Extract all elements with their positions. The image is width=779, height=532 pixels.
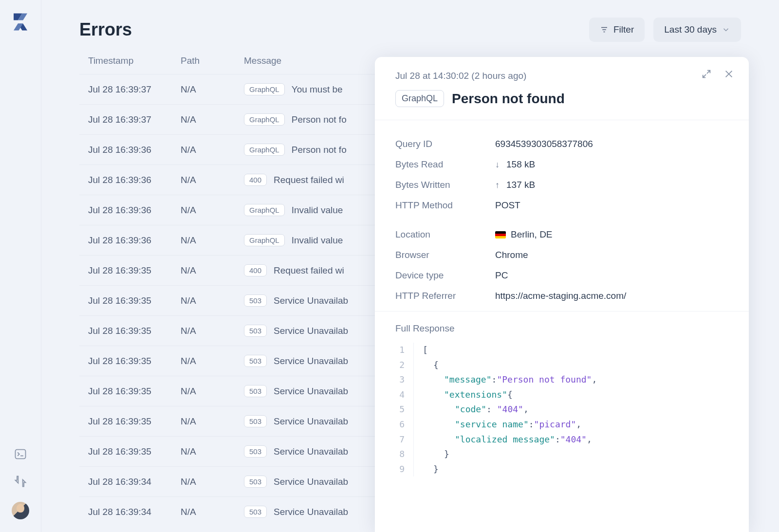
cell-path: N/A [181, 507, 244, 517]
panel-header: Jul 28 at 14:30:02 (2 hours ago) GraphQL… [375, 57, 749, 120]
value-query-id: 6934539303058377806 [495, 139, 593, 149]
label-referrer: HTTP Referrer [395, 291, 495, 301]
message-badge: 503 [244, 325, 267, 337]
feedback-icon[interactable] [14, 475, 27, 488]
up-arrow-icon: ↑ [495, 180, 500, 190]
cell-path: N/A [181, 326, 244, 336]
cell-path: N/A [181, 416, 244, 427]
message-text: Person not fo [292, 114, 347, 125]
cell-path: N/A [181, 265, 244, 276]
value-bytes-written: ↑137 kB [495, 180, 535, 190]
cell-path: N/A [181, 235, 244, 246]
cell-timestamp: Jul 28 16:39:35 [88, 386, 181, 397]
label-bytes-read: Bytes Read [395, 159, 495, 170]
message-text: Invalid value [292, 235, 343, 246]
cell-timestamp: Jul 28 16:39:37 [88, 114, 181, 125]
cell-timestamp: Jul 28 16:39:37 [88, 84, 181, 95]
label-query-id: Query ID [395, 139, 495, 149]
value-bytes-read: ↓158 kB [495, 159, 535, 170]
detail-title: Person not found [452, 91, 565, 107]
message-badge: 503 [244, 506, 267, 518]
expand-icon[interactable] [701, 69, 712, 79]
response-label: Full Response [395, 323, 728, 334]
message-badge: 503 [244, 476, 267, 488]
label-bytes-written: Bytes Written [395, 180, 495, 190]
message-text: Service Unavailab [274, 356, 348, 367]
message-badge: GraphQL [244, 83, 285, 95]
message-text: Service Unavailab [274, 326, 348, 336]
cell-timestamp: Jul 28 16:39:36 [88, 205, 181, 216]
label-device: Device type [395, 270, 495, 281]
message-badge: GraphQL [244, 234, 285, 246]
header-path: Path [181, 55, 244, 66]
app-logo[interactable] [10, 12, 31, 32]
page-header: Errors Filter Last 30 days [79, 18, 741, 42]
cell-timestamp: Jul 28 16:39:34 [88, 477, 181, 487]
message-text: Person not fo [292, 145, 347, 155]
cell-path: N/A [181, 446, 244, 457]
header-timestamp: Timestamp [88, 55, 181, 66]
cell-path: N/A [181, 145, 244, 155]
cell-path: N/A [181, 356, 244, 367]
label-http-method: HTTP Method [395, 200, 495, 211]
cell-timestamp: Jul 28 16:39:34 [88, 507, 181, 517]
detail-timestamp: Jul 28 at 14:30:02 (2 hours ago) [395, 71, 728, 81]
date-range-label: Last 30 days [664, 24, 717, 35]
message-text: Service Unavailab [274, 416, 348, 427]
message-badge: 400 [244, 264, 267, 276]
sidebar [0, 0, 41, 532]
value-http-method: POST [495, 200, 520, 211]
cell-path: N/A [181, 386, 244, 397]
label-location: Location [395, 229, 495, 240]
filter-button[interactable]: Filter [589, 18, 645, 42]
avatar[interactable] [12, 502, 29, 519]
message-badge: GraphQL [244, 113, 285, 126]
down-arrow-icon: ↓ [495, 160, 500, 170]
panel-meta: Query ID 6934539303058377806 Bytes Read … [375, 120, 749, 312]
cell-timestamp: Jul 28 16:39:36 [88, 235, 181, 246]
message-text: Service Unavailab [274, 386, 348, 397]
message-badge: 503 [244, 294, 267, 307]
message-badge: 503 [244, 355, 267, 367]
cell-path: N/A [181, 477, 244, 487]
message-text: Request failed wi [274, 265, 344, 276]
page-title: Errors [79, 19, 132, 40]
detail-badge: GraphQL [395, 90, 444, 107]
cell-path: N/A [181, 84, 244, 95]
message-badge: 503 [244, 415, 267, 427]
value-browser: Chrome [495, 250, 528, 260]
cell-path: N/A [181, 175, 244, 185]
message-badge: GraphQL [244, 144, 285, 156]
message-badge: 503 [244, 385, 267, 397]
message-text: Service Unavailab [274, 446, 348, 457]
close-icon[interactable] [723, 69, 734, 79]
panel-response: Full Response 1[ 2{ 3"message":"Person n… [375, 312, 749, 477]
cell-timestamp: Jul 28 16:39:35 [88, 416, 181, 427]
message-text: You must be [292, 84, 343, 95]
message-badge: 503 [244, 445, 267, 458]
cell-timestamp: Jul 28 16:39:35 [88, 356, 181, 367]
date-range-button[interactable]: Last 30 days [653, 18, 741, 42]
value-device: PC [495, 270, 508, 281]
message-text: Service Unavailab [274, 507, 348, 517]
message-text: Service Unavailab [274, 295, 348, 306]
cell-timestamp: Jul 28 16:39:35 [88, 265, 181, 276]
message-badge: GraphQL [244, 204, 285, 216]
cell-timestamp: Jul 28 16:39:35 [88, 295, 181, 306]
cell-timestamp: Jul 28 16:39:36 [88, 145, 181, 155]
message-text: Invalid value [292, 205, 343, 216]
svg-rect-4 [16, 450, 26, 459]
code-block: 1[ 2{ 3"message":"Person not found", 4"e… [395, 343, 728, 477]
terminal-icon[interactable] [14, 447, 27, 461]
cell-path: N/A [181, 114, 244, 125]
message-text: Request failed wi [274, 175, 344, 185]
filter-label: Filter [613, 24, 634, 35]
value-location: Berlin, DE [495, 229, 553, 240]
cell-timestamp: Jul 28 16:39:36 [88, 175, 181, 185]
value-referrer: https://acme-staging.acme.com/ [495, 291, 626, 301]
message-text: Service Unavailab [274, 477, 348, 487]
cell-path: N/A [181, 205, 244, 216]
flag-de-icon [495, 231, 506, 238]
cell-timestamp: Jul 28 16:39:35 [88, 446, 181, 457]
message-badge: 400 [244, 174, 267, 186]
